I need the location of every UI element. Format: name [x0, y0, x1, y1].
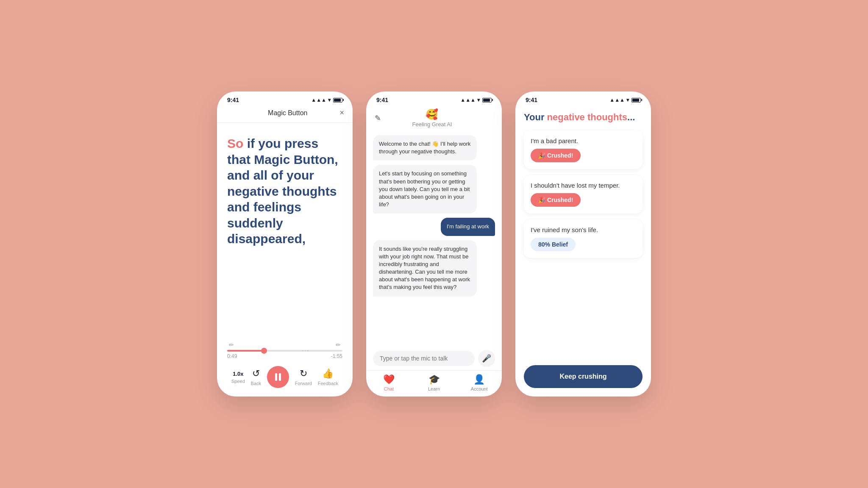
chat-nav-icon: ❤️	[383, 374, 395, 385]
account-nav-icon: 👤	[473, 374, 485, 385]
signal-icon-3: ▲▲▲	[609, 97, 625, 103]
progress-dots	[302, 350, 309, 352]
learn-nav-icon: 🎓	[428, 374, 440, 385]
belief-button-3[interactable]: 80% Belief	[531, 238, 576, 251]
wifi-icon-3: ▾	[626, 97, 629, 103]
learn-nav-label: Learn	[428, 386, 440, 391]
chat-header: ✎ 🥰 Feeling Great AI	[366, 105, 502, 131]
edit-marker-right[interactable]: ✏	[336, 341, 341, 348]
message-1-text: Welcome to the chat! 👋 I'll help work th…	[379, 141, 470, 155]
thought-card-2: I shouldn't have lost my temper. 🎉 Crush…	[524, 175, 643, 214]
thought-text-2: I shouldn't have lost my temper.	[531, 182, 636, 189]
status-icons-2: ▲▲▲ ▾	[460, 97, 492, 103]
phone2: 9:41 ▲▲▲ ▾ ✎ 🥰 Feeling Great AI Welcome …	[366, 92, 502, 396]
forward-icon[interactable]: ↻	[300, 368, 307, 379]
chat-header-center: 🥰 Feeling Great AI	[412, 108, 452, 128]
crushed-button-2[interactable]: 🎉 Crushed!	[531, 193, 581, 207]
thought-text-3: I've ruined my son's life.	[531, 226, 636, 233]
status-bar-2: 9:41 ▲▲▲ ▾	[366, 92, 502, 105]
audio-text: So if you press that Magic Button, and a…	[227, 136, 342, 247]
message-2: Let's start by focusing on something tha…	[373, 165, 477, 214]
progress-fill	[227, 350, 264, 352]
ai-name: Feeling Great AI	[412, 121, 452, 128]
wifi-icon-1: ▾	[328, 97, 331, 103]
crushed-button-1[interactable]: 🎉 Crushed!	[531, 149, 581, 162]
message-3-text: I'm failing at work	[447, 223, 489, 230]
title-part3: ...	[627, 112, 635, 122]
nav-account[interactable]: 👤 Account	[456, 374, 502, 391]
message-3: I'm failing at work	[441, 218, 495, 236]
time-1: 9:41	[227, 97, 239, 103]
signal-icon-2: ▲▲▲	[460, 97, 476, 103]
status-icons-1: ▲▲▲ ▾	[311, 97, 342, 103]
time-remaining: -1:55	[331, 353, 342, 359]
message-1: Welcome to the chat! 👋 I'll help work th…	[373, 135, 477, 161]
message-4-text: It sounds like you're really struggling …	[379, 246, 470, 291]
audio-controls: ✏ ✏ 0:49 -1:55	[227, 341, 342, 388]
time-3: 9:41	[526, 97, 537, 103]
back-label: Back	[251, 381, 261, 386]
edit-markers: ✏ ✏	[227, 341, 342, 348]
thoughts-title: Your negative thoughts...	[524, 112, 643, 123]
message-4: It sounds like you're really struggling …	[373, 240, 477, 297]
account-nav-label: Account	[471, 386, 488, 391]
chat-messages: Welcome to the chat! 👋 I'll help work th…	[366, 131, 502, 346]
feedback-group: 👍 Feedback	[318, 368, 338, 386]
time-current: 0:49	[227, 353, 237, 359]
chat-edit-icon[interactable]: ✎	[375, 114, 381, 123]
speed-button[interactable]: 1.0x	[233, 371, 243, 377]
audio-text-normal: if you press that Magic Button, and all …	[227, 136, 338, 246]
phone1: 9:41 ▲▲▲ ▾ Magic Button × So if you pres…	[217, 92, 353, 396]
message-2-text: Let's start by focusing on something tha…	[379, 170, 470, 208]
mic-icon: 🎤	[482, 354, 491, 363]
time-labels: 0:49 -1:55	[227, 353, 342, 359]
forward-group: ↻ Forward	[295, 368, 312, 386]
feedback-label: Feedback	[318, 381, 338, 386]
time-2: 9:41	[376, 97, 388, 103]
status-icons-3: ▲▲▲ ▾	[609, 97, 641, 103]
audio-content: So if you press that Magic Button, and a…	[217, 123, 353, 396]
edit-marker-left[interactable]: ✏	[229, 341, 234, 348]
bottom-nav: ❤️ Chat 🎓 Learn 👤 Account	[366, 370, 502, 396]
title-part2: negative thoughts	[547, 112, 627, 122]
progress-thumb[interactable]	[261, 348, 267, 354]
forward-label: Forward	[295, 381, 312, 386]
mic-button[interactable]: 🎤	[478, 350, 495, 367]
speed-label: Speed	[231, 379, 245, 384]
keep-crushing-button[interactable]: Keep crushing	[524, 365, 643, 388]
status-bar-1: 9:41 ▲▲▲ ▾	[217, 92, 353, 105]
audio-header: Magic Button ×	[217, 105, 353, 123]
phone3: 9:41 ▲▲▲ ▾ Your negative thoughts... I'm…	[515, 92, 651, 396]
nav-chat[interactable]: ❤️ Chat	[366, 374, 412, 391]
nav-learn[interactable]: 🎓 Learn	[412, 374, 457, 391]
chat-nav-label: Chat	[384, 386, 394, 391]
ai-avatar: 🥰	[426, 108, 438, 120]
status-bar-3: 9:41 ▲▲▲ ▾	[515, 92, 651, 105]
battery-icon-1	[333, 98, 342, 103]
back-icon[interactable]: ↺	[252, 368, 260, 379]
phones-container: 9:41 ▲▲▲ ▾ Magic Button × So if you pres…	[217, 92, 651, 396]
thoughts-content: Your negative thoughts... I'm a bad pare…	[515, 105, 651, 362]
pause-icon	[275, 373, 281, 381]
close-button[interactable]: ×	[339, 108, 344, 117]
pause-button[interactable]	[267, 366, 289, 388]
thought-card-3: I've ruined my son's life. 80% Belief	[524, 219, 643, 258]
progress-bar[interactable]	[227, 350, 342, 352]
playback-buttons: 1.0x Speed ↺ Back ↻	[227, 366, 342, 388]
back-group: ↺ Back	[251, 368, 261, 386]
battery-icon-2	[482, 98, 492, 103]
thought-text-1: I'm a bad parent.	[531, 137, 636, 144]
thought-card-1: I'm a bad parent. 🎉 Crushed!	[524, 130, 643, 169]
chat-input-area: 🎤	[366, 346, 502, 370]
feedback-icon[interactable]: 👍	[322, 368, 334, 379]
signal-icon-1: ▲▲▲	[311, 97, 326, 103]
speed-group: 1.0x Speed	[231, 371, 245, 384]
battery-icon-3	[632, 98, 641, 103]
audio-text-highlight: So	[227, 136, 243, 150]
title-part1: Your	[524, 112, 547, 122]
wifi-icon-2: ▾	[477, 97, 480, 103]
chat-input[interactable]	[373, 351, 475, 366]
audio-title: Magic Button	[268, 109, 307, 117]
progress-track	[227, 350, 342, 352]
